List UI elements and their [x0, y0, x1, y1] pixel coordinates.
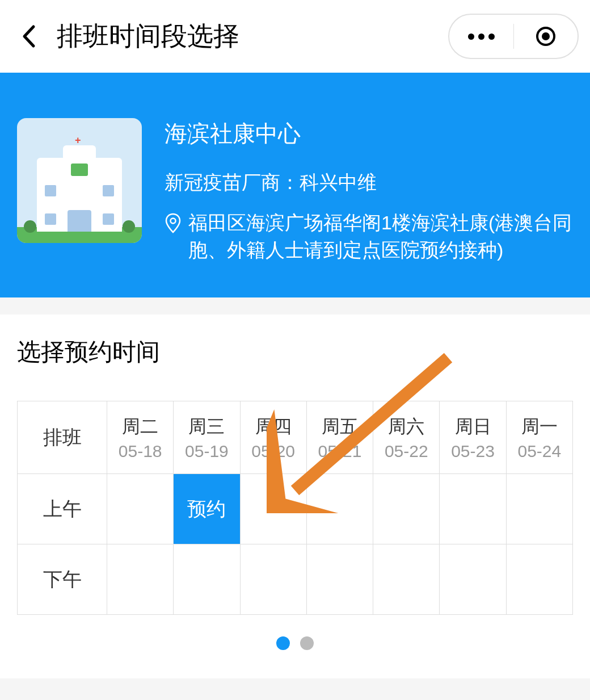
day-header: 周四05-20 — [240, 401, 306, 474]
back-icon[interactable] — [17, 25, 40, 48]
hospital-card: + 海滨社康中心 新冠疫苗厂商：科兴中维 福田区海滨广场福华阁1楼海滨社康(港澳… — [0, 73, 590, 297]
day-name: 周日 — [440, 414, 505, 439]
nav-bar: 排班时间段选择 — [0, 0, 590, 73]
day-date: 05-23 — [440, 442, 505, 461]
day-date: 05-19 — [174, 442, 239, 461]
svg-point-0 — [171, 219, 176, 224]
slot-cell[interactable] — [440, 544, 506, 615]
vaccine-vendor: 新冠疫苗厂商：科兴中维 — [165, 170, 573, 196]
close-button[interactable] — [514, 15, 578, 58]
morning-label: 上午 — [18, 474, 107, 544]
section-title: 选择预约时间 — [17, 336, 573, 368]
schedule-corner: 排班 — [18, 401, 107, 474]
slot-cell[interactable] — [373, 474, 440, 544]
day-name: 周五 — [307, 414, 373, 439]
slot-cell[interactable] — [506, 474, 572, 544]
hospital-address: 福田区海滨广场福华阁1楼海滨社康(港澳台同胞、外籍人士请到定点医院预约接种) — [188, 209, 573, 263]
slot-cell[interactable] — [373, 544, 440, 615]
day-name: 周二 — [107, 414, 173, 439]
ellipsis-icon — [468, 33, 495, 40]
day-date: 05-20 — [241, 442, 306, 461]
page-title: 排班时间段选择 — [57, 19, 239, 54]
page-dot-1[interactable] — [276, 636, 290, 650]
target-icon — [536, 27, 555, 46]
morning-row: 上午 预约 — [18, 474, 573, 544]
day-header: 周三05-19 — [174, 401, 240, 474]
slot-cell[interactable] — [506, 544, 572, 615]
hospital-name: 海滨社康中心 — [165, 118, 573, 149]
slot-cell[interactable] — [174, 544, 240, 615]
slot-cell[interactable] — [240, 474, 306, 544]
day-name: 周一 — [507, 414, 572, 439]
day-header: 周一05-24 — [506, 401, 572, 474]
slot-cell[interactable] — [440, 474, 506, 544]
schedule-table: 排班 周二05-18周三05-19周四05-20周五05-21周六05-22周日… — [17, 401, 573, 615]
pagination-dots — [17, 636, 573, 650]
hospital-image: + — [17, 118, 142, 243]
day-header: 周五05-21 — [306, 401, 373, 474]
afternoon-label: 下午 — [18, 544, 107, 615]
day-header: 周日05-23 — [440, 401, 506, 474]
page-dot-2[interactable] — [300, 636, 314, 650]
mini-program-capsule — [448, 14, 579, 59]
slot-cell[interactable] — [107, 544, 174, 615]
menu-button[interactable] — [449, 15, 513, 58]
slot-cell[interactable]: 预约 — [174, 474, 240, 544]
location-icon — [165, 213, 182, 236]
day-date: 05-24 — [507, 442, 572, 461]
day-name: 周四 — [241, 414, 306, 439]
day-date: 05-22 — [373, 442, 439, 461]
table-header-row: 排班 周二05-18周三05-19周四05-20周五05-21周六05-22周日… — [18, 401, 573, 474]
day-name: 周六 — [373, 414, 439, 439]
day-name: 周三 — [174, 414, 239, 439]
afternoon-row: 下午 — [18, 544, 573, 615]
day-header: 周六05-22 — [373, 401, 440, 474]
slot-cell[interactable] — [107, 474, 174, 544]
day-date: 05-21 — [307, 442, 373, 461]
schedule-section: 选择预约时间 排班 周二05-18周三05-19周四05-20周五05-21周六… — [0, 315, 590, 678]
day-date: 05-18 — [107, 442, 173, 461]
slot-cell[interactable] — [306, 544, 373, 615]
day-header: 周二05-18 — [107, 401, 174, 474]
slot-cell[interactable] — [306, 474, 373, 544]
slot-cell[interactable] — [240, 544, 306, 615]
